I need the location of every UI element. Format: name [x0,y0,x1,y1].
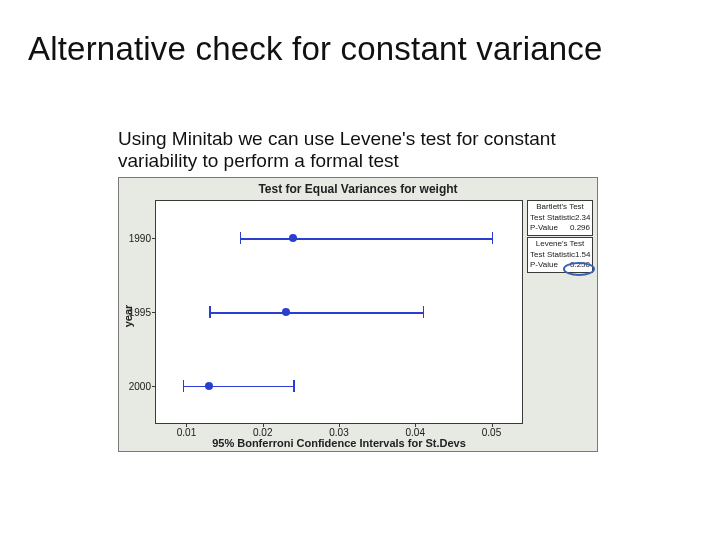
x-tick: 0.02 [253,423,272,438]
ci-2000-line [183,386,294,388]
ci-1990-cap-r [492,232,494,244]
pval-label: P-Value [530,260,558,270]
x-axis-label: 95% Bonferroni Confidence Intervals for … [155,437,523,449]
pval-label: P-Value [530,223,558,233]
ci-1995-cap-l [209,306,211,318]
ci-1990-point [289,234,297,242]
x-tick: 0.01 [177,423,196,438]
y-tick-mark [152,238,156,239]
x-tick: 0.04 [406,423,425,438]
ci-2000-point [205,382,213,390]
bartlett-pval: 0.296 [570,223,590,233]
y-tick-mark [152,312,156,313]
ci-1990-cap-l [240,232,242,244]
plot-area: 1990 1995 2000 0.01 0.02 0.03 0.04 0.05 [155,200,523,424]
ci-2000-cap-r [293,380,295,392]
stat-label: Test Statistic [530,213,575,223]
test-results-panel: Bartlett's Test Test Statistic2.34 P-Val… [527,200,593,274]
bartlett-stat: 2.34 [575,213,591,223]
ci-1995-line [209,312,422,314]
levene-box: Levene's Test Test Statistic1.54 P-Value… [527,237,593,273]
page-title: Alternative check for constant variance [28,30,603,68]
ci-1995-point [282,308,290,316]
bartlett-box: Bartlett's Test Test Statistic2.34 P-Val… [527,200,593,236]
ci-1995-cap-r [423,306,425,318]
page-subtitle: Using Minitab we can use Levene's test f… [118,128,598,172]
ci-2000-cap-l [183,380,185,392]
levene-pval: 0.250 [570,260,590,270]
x-tick: 0.03 [329,423,348,438]
levene-title: Levene's Test [530,239,590,250]
chart-title: Test for Equal Variances for weight [119,182,597,196]
stat-label: Test Statistic [530,250,575,260]
bartlett-title: Bartlett's Test [530,202,590,213]
ci-1990-line [240,238,492,240]
levene-stat: 1.54 [575,250,591,260]
x-tick: 0.05 [482,423,501,438]
y-tick-mark [152,386,156,387]
minitab-chart: Test for Equal Variances for weight year… [118,177,598,452]
